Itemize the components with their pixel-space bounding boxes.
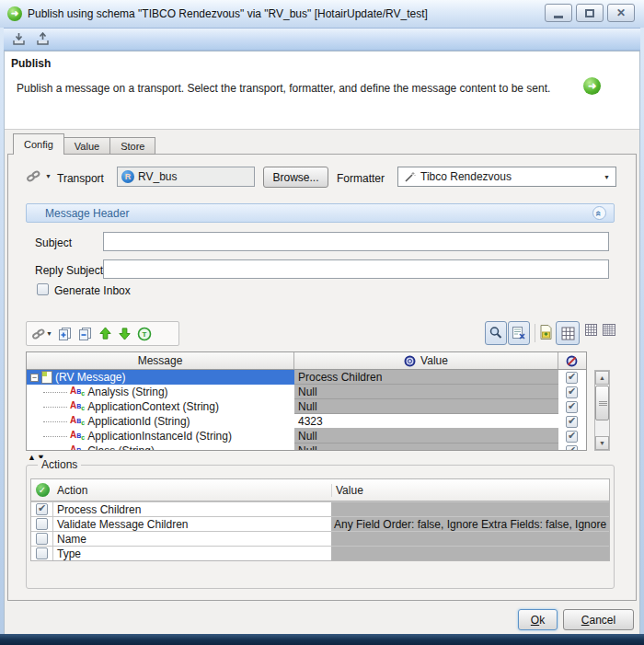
message-value-cell[interactable]: Null: [294, 399, 558, 414]
include-checkbox[interactable]: [566, 416, 578, 428]
reply-subject-input[interactable]: [103, 259, 609, 279]
message-table-header[interactable]: Message Value: [27, 352, 586, 370]
include-checkbox[interactable]: [566, 431, 578, 443]
import-button[interactable]: [9, 30, 28, 49]
grid-small-button[interactable]: [603, 324, 615, 336]
message-node-cell[interactable]: −(RV Message): [27, 370, 294, 385]
string-type-icon: ABc: [70, 430, 85, 443]
action-value-cell[interactable]: [331, 532, 609, 546]
document-view-button[interactable]: [539, 324, 553, 340]
actions-table-header[interactable]: ✓ Action Value: [31, 479, 609, 501]
formatter-value: Tibco Rendezvous: [420, 170, 512, 183]
grid-large-icon: [561, 327, 575, 340]
message-toolbar: ▼: [26, 321, 179, 346]
formatter-select[interactable]: Tibco Rendezvous ▼: [397, 167, 616, 187]
message-tree-row[interactable]: −(RV Message)Process Children: [27, 370, 586, 385]
action-checkbox[interactable]: [36, 533, 48, 545]
message-tree-row[interactable]: ABcAnalysis (String)Null: [27, 385, 586, 399]
include-checkbox[interactable]: [566, 445, 578, 452]
transport-label: Transport: [57, 172, 104, 185]
include-checkbox[interactable]: [566, 386, 578, 398]
chevron-down-icon: ▼: [46, 330, 52, 337]
app-publish-icon: ➜: [7, 6, 22, 21]
maximize-icon: [585, 9, 594, 17]
window-title: Publish using schema "TIBCO Rendezvous" …: [28, 7, 428, 20]
include-checkbox[interactable]: [566, 372, 578, 384]
message-node-cell[interactable]: ABcClass (String): [27, 443, 294, 451]
message-node-cell[interactable]: ABcApplicationId (String): [27, 414, 294, 429]
message-value-cell[interactable]: Process Children: [294, 370, 558, 385]
collapse-toggle-icon[interactable]: −: [30, 374, 39, 382]
action-value-cell[interactable]: [331, 547, 609, 560]
message-value-cell[interactable]: Null: [294, 429, 558, 443]
action-column-header[interactable]: Action: [53, 484, 331, 497]
actions-table: ✓ Action Value Process ChildrenValidate …: [30, 478, 610, 561]
message-column-header[interactable]: Message: [138, 354, 183, 367]
message-node-cell[interactable]: ABcAnalysis (String): [27, 385, 294, 399]
move-up-button[interactable]: [98, 327, 112, 340]
link-icon: [26, 169, 41, 183]
action-value-cell[interactable]: [331, 502, 609, 516]
action-value-cell[interactable]: Any Field Order: false, Ignore Extra Fie…: [331, 517, 609, 531]
add-node-button[interactable]: [58, 327, 73, 341]
action-value-column-header[interactable]: Value: [331, 484, 363, 497]
message-value-cell[interactable]: Null: [294, 385, 558, 399]
grid-medium-button[interactable]: [585, 324, 597, 336]
message-table-scrollbar[interactable]: ▲ ▼: [594, 370, 610, 451]
chevron-down-icon: ▼: [45, 173, 52, 179]
action-checkbox[interactable]: [36, 547, 48, 559]
message-tree-row[interactable]: ABcApplicationContext (String)Null: [27, 399, 586, 414]
tab-value[interactable]: Value: [64, 137, 110, 155]
action-row[interactable]: Process Children: [31, 501, 609, 516]
action-row[interactable]: Name: [31, 531, 609, 546]
scrollbar-thumb[interactable]: [595, 386, 609, 420]
message-node-cell[interactable]: ABcApplicationContext (String): [27, 399, 294, 414]
export-button[interactable]: [33, 30, 52, 49]
type-button[interactable]: T: [137, 327, 152, 341]
message-node-label: Analysis (String): [87, 386, 167, 398]
include-checkbox[interactable]: [566, 401, 578, 413]
actions-group: Actions ✓ Action Value Process ChildrenV…: [26, 465, 615, 589]
filter-columns-toggle-button[interactable]: [508, 321, 530, 345]
browse-button[interactable]: Browse...: [263, 167, 328, 188]
action-row[interactable]: Type: [31, 546, 609, 560]
grid-large-toggle-button[interactable]: [556, 321, 580, 345]
zoom-toggle-button[interactable]: [485, 321, 507, 345]
message-value-cell[interactable]: 4323: [294, 414, 558, 429]
close-icon: ✕: [616, 7, 626, 18]
message-value-cell[interactable]: Null: [294, 443, 558, 451]
transport-link-menu[interactable]: ▼: [26, 169, 52, 183]
scroll-down-button[interactable]: ▼: [595, 436, 609, 450]
type-icon: T: [137, 327, 152, 341]
action-label: Type: [53, 547, 331, 560]
link-menu-button[interactable]: ▼: [31, 328, 52, 340]
transport-field[interactable]: R RV_bus: [117, 167, 255, 187]
close-button[interactable]: ✕: [607, 4, 635, 22]
value-column-header[interactable]: Value: [420, 354, 448, 367]
collapse-section-button[interactable]: «: [592, 206, 606, 220]
move-down-button[interactable]: [118, 327, 132, 340]
remove-node-button[interactable]: [78, 327, 93, 341]
message-node-icon: [41, 371, 52, 384]
maximize-button[interactable]: [576, 4, 604, 22]
move-down-icon: [118, 327, 132, 340]
scroll-up-button[interactable]: ▲: [595, 371, 609, 385]
action-checkbox[interactable]: [36, 503, 48, 515]
message-tree-row[interactable]: ABcApplicationId (String)4323: [27, 414, 586, 429]
message-header-title: Message Header: [45, 207, 129, 220]
tab-config[interactable]: Config: [13, 133, 64, 155]
cancel-button[interactable]: Cancel: [563, 609, 634, 630]
minimize-button[interactable]: [545, 4, 572, 22]
message-node-cell[interactable]: ABcApplicationInstanceId (String): [27, 429, 294, 443]
document-icon: [539, 324, 553, 340]
ok-button[interactable]: Ok: [518, 609, 558, 630]
zoom-icon: [489, 326, 503, 340]
subject-input[interactable]: [103, 232, 609, 251]
tab-store[interactable]: Store: [110, 137, 155, 155]
action-checkbox[interactable]: [36, 518, 48, 530]
generate-inbox-checkbox[interactable]: [37, 283, 49, 295]
message-tree-row[interactable]: ABcClass (String)Null: [27, 443, 586, 451]
message-header-bar[interactable]: Message Header «: [26, 203, 615, 223]
message-tree-row[interactable]: ABcApplicationInstanceId (String)Null: [27, 429, 586, 443]
action-row[interactable]: Validate Message ChildrenAny Field Order…: [31, 516, 609, 531]
